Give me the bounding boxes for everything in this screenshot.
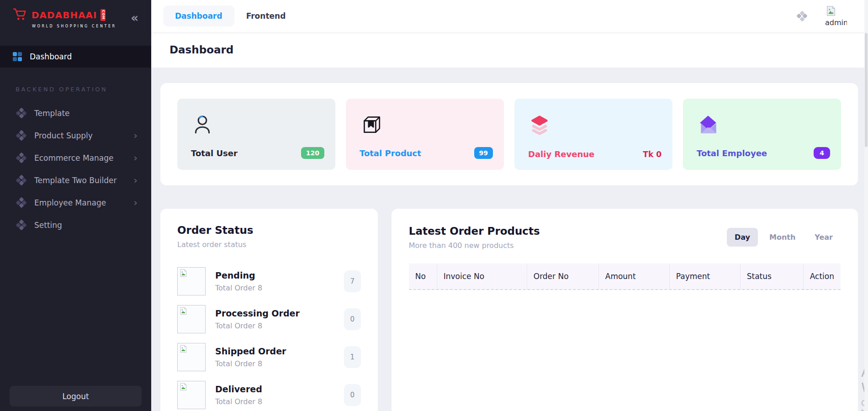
sidebar-item-template[interactable]: Template [0,102,151,124]
stat-card-total-user: Total User 120 [177,99,335,170]
filter-month-button[interactable]: Month [762,228,803,247]
order-status-panel: Order Status Latest order status Pending… [160,209,378,411]
broken-image-placeholder [177,305,206,333]
order-status-total: Total Order 8 [215,284,262,292]
order-count-badge: 0 [344,384,361,406]
apps-diamond-icon[interactable] [797,11,807,21]
user-name: admin [825,18,847,27]
vertical-scrollbar[interactable] [864,0,868,411]
order-status-name: Shipped Order [215,346,286,356]
chevron-right-icon: › [133,198,138,208]
mail-icon [697,113,720,138]
broken-image-icon [825,5,837,18]
topbar: Dashboard Frontend admin [151,0,868,32]
sidebar-item-ecommerce-manage[interactable]: Ecommerce Manage › [0,147,151,169]
order-count-badge: 7 [344,270,361,292]
sidebar-collapse-icon[interactable]: « [131,12,138,24]
latest-orders-subtitle: More than 400 new products [409,241,540,250]
sidebar-item-dashboard[interactable]: Dashboard [0,46,151,68]
diamond-cluster-icon [16,108,26,118]
broken-image-placeholder [177,343,206,371]
chevron-right-icon: › [133,153,138,163]
stat-card-total-employee: Total Employee 4 [683,99,841,170]
logout-button[interactable]: Logout [10,386,142,406]
stat-label: Total Employee [697,148,767,158]
stat-value-text: Tk 0 [643,150,662,159]
stat-label: Daliy Revenue [528,149,594,159]
column-header-status: Status [741,263,804,289]
sidebar: DADABHAAI COM WORLD SHOPPING CENTER « Da… [0,0,151,411]
brand-suffix: COM [101,9,106,21]
dashboard-app: DADABHAAI COM WORLD SHOPPING CENTER « Da… [0,0,868,411]
order-count-badge: 1 [344,346,361,368]
scrollbar-thumb[interactable] [865,33,868,147]
stat-card-total-product: Total Product 99 [346,99,504,170]
sidebar-item-label: Template Two Builder [34,176,116,185]
diamond-cluster-icon [16,175,26,185]
sidebar-item-label: Dashboard [30,52,72,61]
layers-icon [528,113,551,138]
column-header-invoice-no: Invoice No [437,263,527,289]
brand-logo[interactable]: DADABHAAI COM WORLD SHOPPING CENTER [13,7,116,28]
user-avatar[interactable]: admin [825,5,847,27]
sidebar-item-label: Employee Manage [34,198,106,207]
stat-label: Total Product [360,148,421,158]
filter-year-button[interactable]: Year [807,228,841,247]
content: Total User 120 Total Produc [151,68,868,411]
order-status-item-delivered: Delivered Total Order 8 0 [177,381,361,409]
order-status-item-shipped: Shipped Order Total Order 8 1 [177,343,361,371]
stat-value-badge: 120 [301,147,324,159]
column-header-order-no: Order No [527,263,599,289]
sidebar-item-label: Setting [34,221,62,230]
latest-orders-title: Latest Order Products [409,225,540,237]
stat-label: Total User [191,148,238,158]
order-status-item-pending: Pending Total Order 8 7 [177,267,361,295]
order-status-list: Pending Total Order 8 7 Processing Order [177,267,361,409]
order-status-title: Order Status [177,224,361,236]
order-status-total: Total Order 8 [215,397,262,406]
dashboard-grid-icon [13,52,22,61]
diamond-cluster-icon [16,153,26,163]
sidebar-menu: Template Product Supply › Ecommerce Mana… [0,102,151,236]
chevron-right-icon: › [133,131,138,141]
order-status-subtitle: Latest order status [177,240,361,249]
column-header-action: Action [804,263,841,289]
page-title: Dashboard [169,44,233,56]
orders-table: No Invoice No Order No Amount Payment St… [409,263,841,290]
diamond-cluster-icon [16,198,26,207]
diamond-cluster-icon [16,220,26,230]
chevron-right-icon: › [133,175,138,185]
sidebar-item-label: Product Supply [34,131,93,140]
sidebar-item-setting[interactable]: Setting [0,214,151,236]
order-status-name: Processing Order [215,308,300,318]
broken-image-placeholder [177,267,206,295]
order-status-name: Pending [215,270,262,280]
tab-dashboard[interactable]: Dashboard [163,5,234,26]
page-title-band: Dashboard [151,32,868,68]
column-header-no: No [409,263,437,289]
sidebar-item-template-two-builder[interactable]: Template Two Builder › [0,169,151,191]
sidebar-item-label: Ecommerce Manage [34,153,113,163]
sidebar-header: DADABHAAI COM WORLD SHOPPING CENTER « [0,0,151,36]
sidebar-item-employee-manage[interactable]: Employee Manage › [0,191,151,214]
order-status-name: Delivered [215,384,262,394]
stat-card-daily-revenue: Daliy Revenue Tk 0 [514,99,672,170]
sidebar-item-label: Template [34,109,70,118]
order-status-total: Total Order 8 [215,321,300,330]
order-status-item-processing: Processing Order Total Order 8 0 [177,305,361,333]
user-icon [191,113,214,138]
order-count-badge: 0 [344,308,361,330]
sidebar-section-label: BACKEND OPERATION [16,86,151,93]
stat-value-badge: 4 [814,147,830,159]
stat-value-badge: 99 [474,147,493,159]
broken-image-placeholder [177,381,206,409]
period-filter-group: Day Month Year [727,228,841,247]
diamond-cluster-icon [16,131,26,140]
column-header-amount: Amount [599,263,670,289]
stats-container: Total User 120 Total Produc [160,83,858,185]
brand-name: DADABHAAI [32,10,97,21]
sidebar-item-product-supply[interactable]: Product Supply › [0,124,151,147]
brand-tagline: WORLD SHOPPING CENTER [32,24,116,28]
tab-frontend[interactable]: Frontend [234,5,298,26]
filter-day-button[interactable]: Day [727,228,758,247]
